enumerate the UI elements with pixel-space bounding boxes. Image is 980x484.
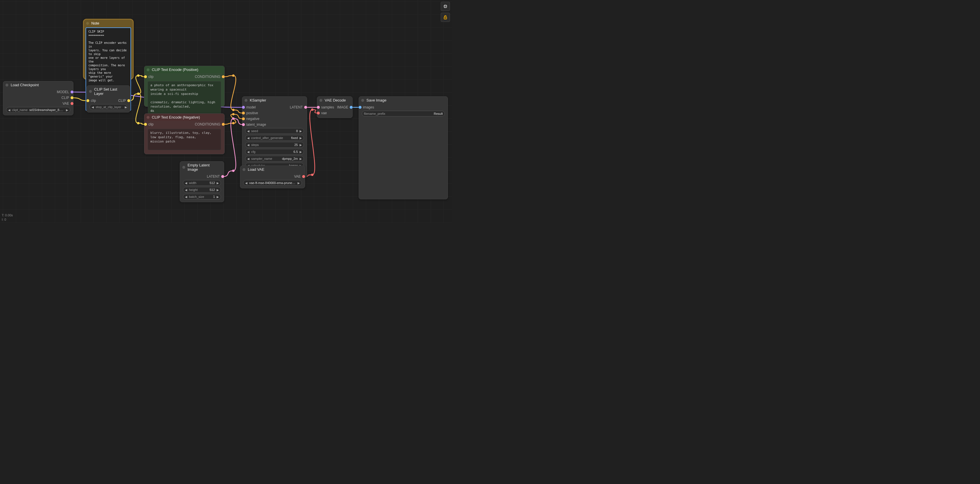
node-clip-set-last-layer[interactable]: CLIP Set Last Layer clip CLIP ◀ stop_at_… bbox=[86, 85, 130, 112]
chevron-left-icon[interactable]: ◀ bbox=[247, 136, 250, 140]
output-port-image[interactable] bbox=[350, 106, 353, 109]
node-clip-text-encode-negative[interactable]: CLIP Text Encode (Negative) clip CONDITI… bbox=[144, 113, 225, 154]
node-header[interactable]: CLIP Text Encode (Positive) bbox=[144, 66, 224, 73]
output-port-latent[interactable] bbox=[221, 175, 224, 178]
widget-vae-name[interactable]: ◀ vae-ft-mse-840000-ema-pruned.safetenso… bbox=[243, 180, 302, 186]
input-port-positive[interactable] bbox=[242, 112, 245, 115]
collapse-toggle-icon[interactable] bbox=[243, 168, 245, 171]
input-port-negative[interactable] bbox=[242, 117, 245, 120]
collapse-toggle-icon[interactable] bbox=[5, 84, 8, 86]
node-vae-decode[interactable]: VAE Decode samples IMAGE vae bbox=[317, 96, 353, 118]
collapse-toggle-icon[interactable] bbox=[89, 90, 92, 93]
prompt-textarea[interactable]: a photo of an anthropomorphic fox wearin… bbox=[148, 81, 221, 115]
widget-width[interactable]: ◀ width 512 ▶ bbox=[183, 180, 221, 186]
widget-height[interactable]: ◀ height 512 ▶ bbox=[183, 187, 221, 193]
chevron-right-icon[interactable]: ▶ bbox=[299, 129, 302, 133]
node-save-image[interactable]: Save Image images filename_prefix Result bbox=[359, 96, 448, 199]
input-port-vae[interactable] bbox=[317, 112, 320, 115]
node-header[interactable]: Load VAE bbox=[240, 166, 305, 173]
collapse-toggle-icon[interactable] bbox=[361, 99, 364, 102]
output-port-latent[interactable] bbox=[304, 106, 307, 109]
output-port-vae[interactable] bbox=[71, 102, 73, 105]
fullscreen-exit-button[interactable] bbox=[441, 2, 450, 11]
node-load-vae[interactable]: Load VAE VAE ◀ vae-ft-mse-840000-ema-pru… bbox=[240, 166, 305, 188]
chevron-right-icon[interactable]: ▶ bbox=[299, 157, 302, 160]
chevron-right-icon[interactable]: ▶ bbox=[299, 143, 302, 147]
node-note[interactable]: Note CLIP SKIP ========= The CLIP encode… bbox=[83, 19, 134, 80]
collapse-toggle-icon[interactable] bbox=[146, 69, 150, 71]
widget-control-after-generate[interactable]: ◀control_after_generatefixed▶ bbox=[245, 135, 304, 141]
widget-filename-prefix[interactable]: filename_prefix Result bbox=[362, 111, 445, 117]
node-header[interactable]: VAE Decode bbox=[317, 97, 352, 104]
input-port-samples[interactable] bbox=[317, 106, 320, 109]
node-load-checkpoint[interactable]: Load Checkpoint MODEL CLIP VAE ◀ ckpt_na… bbox=[3, 81, 73, 115]
chevron-left-icon[interactable]: ◀ bbox=[185, 188, 187, 192]
node-header[interactable]: CLIP Text Encode (Negative) bbox=[144, 113, 224, 121]
chevron-left-icon[interactable]: ◀ bbox=[92, 105, 94, 109]
node-header[interactable]: Note bbox=[84, 20, 133, 27]
input-port-clip[interactable] bbox=[86, 99, 89, 102]
chevron-right-icon[interactable]: ▶ bbox=[216, 195, 219, 198]
output-port-conditioning[interactable] bbox=[222, 123, 225, 126]
node-header[interactable]: Save Image bbox=[359, 97, 448, 104]
widget-steps[interactable]: ◀steps25▶ bbox=[245, 142, 304, 148]
widget-seed[interactable]: ◀seed8▶ bbox=[245, 128, 304, 134]
collapse-toggle-icon[interactable] bbox=[320, 99, 322, 102]
lock-button[interactable] bbox=[441, 13, 450, 22]
node-header[interactable]: Empty Latent Image bbox=[180, 161, 224, 173]
input-port-clip[interactable] bbox=[144, 75, 147, 78]
chevron-left-icon[interactable]: ◀ bbox=[247, 143, 250, 147]
chevron-right-icon[interactable]: ▶ bbox=[216, 188, 219, 192]
output-port-model[interactable] bbox=[71, 91, 73, 93]
collapse-toggle-icon[interactable] bbox=[86, 22, 89, 25]
chevron-left-icon[interactable]: ◀ bbox=[247, 129, 250, 133]
chevron-left-icon[interactable]: ◀ bbox=[185, 181, 187, 185]
fullscreen-exit-icon bbox=[443, 4, 448, 9]
chevron-left-icon[interactable]: ◀ bbox=[8, 109, 10, 112]
input-port-clip[interactable] bbox=[144, 123, 147, 126]
input-label: latent_image bbox=[246, 123, 266, 127]
chevron-left-icon[interactable]: ◀ bbox=[245, 181, 247, 185]
chevron-right-icon[interactable]: ▶ bbox=[298, 181, 300, 185]
node-empty-latent-image[interactable]: Empty Latent Image LATENT ◀ width 512 ▶ … bbox=[180, 161, 224, 202]
output-port-clip[interactable] bbox=[71, 96, 73, 99]
collapse-toggle-icon[interactable] bbox=[146, 116, 150, 119]
node-header[interactable]: KSampler bbox=[242, 97, 307, 104]
input-label: clip bbox=[148, 122, 154, 126]
output-port-vae[interactable] bbox=[302, 175, 305, 178]
prompt-textarea[interactable]: blurry, illustration, toy, clay, low qua… bbox=[148, 129, 221, 150]
widget-ckpt-name[interactable]: ◀ ckpt_name sd15/dreamshaper_8.safetenso… bbox=[6, 107, 70, 113]
node-header[interactable]: CLIP Set Last Layer bbox=[87, 86, 130, 97]
chevron-right-icon[interactable]: ▶ bbox=[66, 109, 68, 112]
collapse-toggle-icon[interactable] bbox=[182, 166, 185, 169]
widget-sampler-name[interactable]: ◀sampler_namedpmpp_2m▶ bbox=[245, 156, 304, 161]
output-port-clip[interactable] bbox=[127, 99, 130, 102]
svg-point-13 bbox=[445, 18, 445, 18]
chevron-right-icon[interactable]: ▶ bbox=[299, 150, 302, 153]
status-iterations: I: 0 bbox=[2, 217, 13, 222]
input-port-images[interactable] bbox=[359, 106, 361, 109]
collapse-toggle-icon[interactable] bbox=[245, 99, 247, 102]
node-title: Load VAE bbox=[248, 167, 264, 172]
output-label: LATENT bbox=[290, 105, 303, 109]
output-label: IMAGE bbox=[337, 105, 348, 109]
node-title: Save Image bbox=[366, 98, 386, 102]
widget-stop-at-clip-layer[interactable]: ◀ stop_at_clip_layer -2 ▶ bbox=[89, 104, 127, 110]
svg-point-9 bbox=[232, 117, 234, 120]
chevron-right-icon[interactable]: ▶ bbox=[216, 181, 219, 185]
output-port-conditioning[interactable] bbox=[222, 75, 225, 78]
chevron-right-icon[interactable]: ▶ bbox=[299, 136, 302, 140]
node-graph-canvas[interactable]: Note CLIP SKIP ========= The CLIP encode… bbox=[0, 0, 452, 223]
input-port-model[interactable] bbox=[242, 106, 245, 109]
chevron-left-icon[interactable]: ◀ bbox=[185, 195, 187, 198]
chevron-left-icon[interactable]: ◀ bbox=[247, 157, 250, 160]
widget-cfg[interactable]: ◀cfg6.5▶ bbox=[245, 149, 304, 155]
node-header[interactable]: Load Checkpoint bbox=[3, 81, 73, 89]
output-label: CLIP bbox=[118, 99, 126, 103]
widget-batch-size[interactable]: ◀ batch_size 1 ▶ bbox=[183, 194, 221, 200]
input-label: images bbox=[363, 105, 374, 109]
chevron-right-icon[interactable]: ▶ bbox=[125, 105, 127, 109]
input-port-latent-image[interactable] bbox=[242, 123, 245, 126]
node-clip-text-encode-positive[interactable]: CLIP Text Encode (Positive) clip CONDITI… bbox=[144, 66, 225, 107]
chevron-left-icon[interactable]: ◀ bbox=[247, 150, 250, 153]
